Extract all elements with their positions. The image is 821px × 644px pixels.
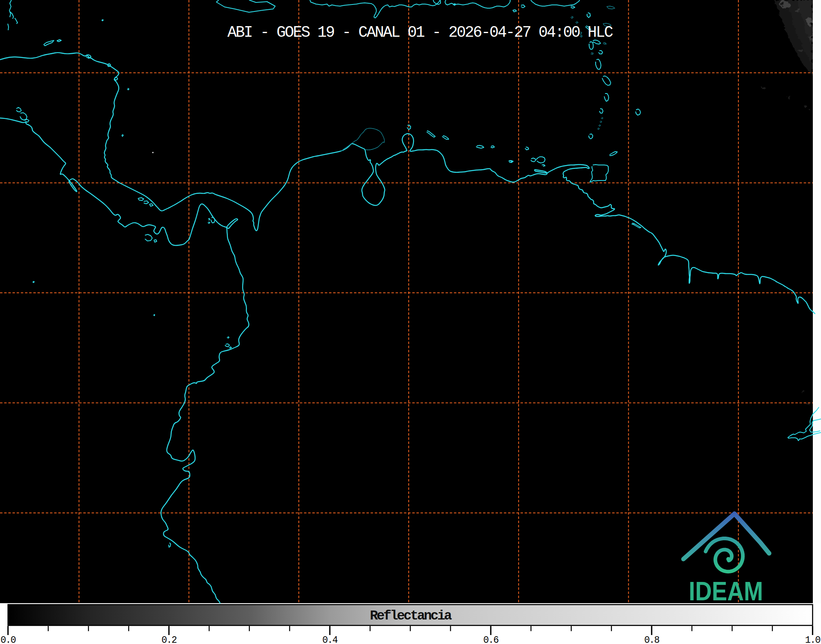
svg-text:ABI - GOES 19 - CANAL 01 - 202: ABI - GOES 19 - CANAL 01 - 2026-04-27 04…	[227, 24, 613, 41]
svg-text:0.8: 0.8	[644, 635, 659, 644]
svg-text:0.6: 0.6	[483, 635, 498, 644]
svg-text:1.0: 1.0	[805, 635, 820, 644]
svg-text:IDEAM: IDEAM	[689, 577, 763, 606]
svg-text:0.0: 0.0	[0, 635, 16, 644]
svg-text:Reflectancia: Reflectancia	[370, 608, 452, 624]
svg-text:0.2: 0.2	[161, 635, 176, 644]
svg-text:0.4: 0.4	[323, 635, 338, 644]
